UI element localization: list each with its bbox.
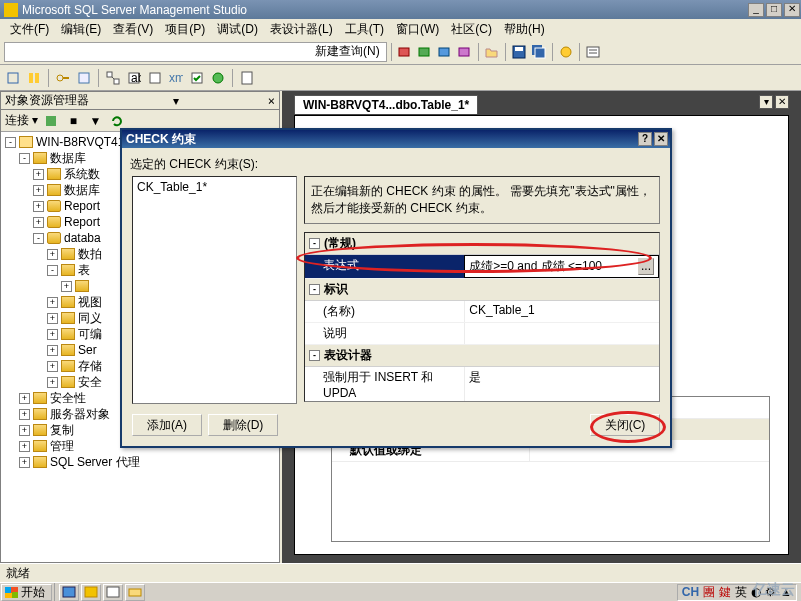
expression-label[interactable]: 表达式: [305, 255, 464, 278]
cat-general-exp[interactable]: -: [309, 238, 320, 249]
new-query-button[interactable]: 新建查询(N): [4, 42, 387, 62]
folder-icon: [33, 440, 47, 452]
tb-save-button[interactable]: [510, 43, 528, 61]
cat-identity-exp[interactable]: -: [309, 284, 320, 295]
tree-expand-button[interactable]: +: [47, 361, 58, 372]
db-icon: [47, 200, 61, 212]
menu-tools[interactable]: 工具(T): [339, 19, 390, 40]
ime-indicator-2[interactable]: 英: [735, 584, 747, 601]
tb2-btn-4[interactable]: [75, 69, 93, 87]
tb-open-button[interactable]: [483, 43, 501, 61]
tree-expand-button[interactable]: +: [33, 185, 44, 196]
svg-rect-11: [587, 47, 599, 57]
tree-expand-button[interactable]: -: [47, 265, 58, 276]
cat-td-label: 表设计器: [324, 347, 372, 364]
name-label: (名称): [305, 301, 464, 322]
conn-refresh-button[interactable]: [108, 112, 126, 130]
taskbar-item-1[interactable]: [59, 584, 79, 601]
svg-rect-31: [63, 587, 75, 597]
folder-icon: [33, 152, 47, 164]
menu-community[interactable]: 社区(C): [445, 19, 498, 40]
tray-item-1[interactable]: ◐: [751, 585, 761, 599]
taskbar-item-2[interactable]: [81, 584, 101, 601]
tb2-btn-rel[interactable]: [104, 69, 122, 87]
menu-help[interactable]: 帮助(H): [498, 19, 551, 40]
tb2-btn-index[interactable]: ab: [125, 69, 143, 87]
constraint-list[interactable]: CK_Table_1*: [132, 176, 297, 404]
tree-expand-button[interactable]: -: [5, 137, 16, 148]
tree-expand-button[interactable]: +: [47, 249, 58, 260]
tb2-btn-7[interactable]: [146, 69, 164, 87]
constraint-list-item[interactable]: CK_Table_1*: [135, 179, 294, 195]
tray-item-3[interactable]: ▲: [780, 585, 792, 599]
menu-window[interactable]: 窗口(W): [390, 19, 445, 40]
tb-saveall-button[interactable]: [530, 43, 548, 61]
tree-expand-button[interactable]: +: [19, 393, 30, 404]
tree-expand-button[interactable]: +: [47, 297, 58, 308]
activity-icon: [559, 45, 573, 59]
doc-dropdown-button[interactable]: ▾: [759, 95, 773, 109]
ime-indicator-1[interactable]: CH: [682, 585, 699, 599]
td1-value[interactable]: 是: [464, 367, 659, 402]
expression-value[interactable]: 成绩>=0 and 成绩 <=100: [469, 258, 638, 275]
tree-expand-button[interactable]: -: [19, 153, 30, 164]
svg-rect-5: [459, 48, 469, 56]
tb2-btn-xml[interactable]: xml: [167, 69, 185, 87]
tb2-btn-check[interactable]: [188, 69, 206, 87]
folder-icon: [61, 376, 75, 388]
tree-expand-button[interactable]: +: [19, 441, 30, 452]
tb-list-button[interactable]: [584, 43, 602, 61]
tb2-btn-script[interactable]: [238, 69, 256, 87]
conn-btn-2[interactable]: ■: [64, 112, 82, 130]
delete-button[interactable]: 删除(D): [208, 414, 278, 436]
name-value[interactable]: CK_Table_1: [464, 301, 659, 322]
window-min-button[interactable]: _: [748, 3, 764, 17]
tray-item-2[interactable]: ⚙: [765, 585, 776, 599]
conn-btn-1[interactable]: [42, 112, 60, 130]
tree-expand-button[interactable]: +: [61, 281, 72, 292]
dialog-help-button[interactable]: ?: [638, 132, 652, 146]
tb2-btn-2[interactable]: [25, 69, 43, 87]
ime-char-icon[interactable]: 團: [703, 584, 715, 601]
tb2-btn-key[interactable]: [54, 69, 72, 87]
taskbar-item-3[interactable]: [103, 584, 123, 601]
desc2-value[interactable]: [464, 323, 659, 344]
connect-button[interactable]: 连接 ▾: [5, 112, 38, 129]
tree-expand-button[interactable]: -: [33, 233, 44, 244]
tb-btn-4[interactable]: [456, 43, 474, 61]
pane-close-button[interactable]: ×: [268, 94, 275, 108]
doc-close-button[interactable]: ✕: [775, 95, 789, 109]
constraint-property-grid[interactable]: -(常规) 表达式 成绩>=0 and 成绩 <=100... -标识 (名称)…: [304, 232, 660, 402]
tree-expand-button[interactable]: +: [19, 409, 30, 420]
tb-btn-2[interactable]: [416, 43, 434, 61]
tree-expand-button[interactable]: +: [19, 425, 30, 436]
tb-activity-button[interactable]: [557, 43, 575, 61]
tree-expand-button[interactable]: +: [47, 345, 58, 356]
expression-ellipsis-button[interactable]: ...: [638, 258, 654, 275]
conn-btn-3[interactable]: ▼: [86, 112, 104, 130]
tree-expand-button[interactable]: +: [33, 201, 44, 212]
tb2-btn-1[interactable]: [4, 69, 22, 87]
tree-expand-button[interactable]: +: [47, 329, 58, 340]
tb-btn-3[interactable]: [436, 43, 454, 61]
close-button[interactable]: 关闭(C): [590, 414, 660, 436]
tree-expand-button[interactable]: +: [47, 377, 58, 388]
dialog-close-x-button[interactable]: ✕: [654, 132, 668, 146]
tb-btn-1[interactable]: [396, 43, 414, 61]
tree-expand-button[interactable]: +: [19, 457, 30, 468]
folder-icon: [61, 344, 75, 356]
ime-char2-icon[interactable]: 鍵: [719, 584, 731, 601]
tb2-btn-spatial[interactable]: [209, 69, 227, 87]
tree-node[interactable]: +SQL Server 代理: [5, 454, 279, 470]
taskbar-item-4[interactable]: [125, 584, 145, 601]
document-tab[interactable]: WIN-B8RVQT4...dbo.Table_1*: [294, 95, 478, 114]
tree-expand-button[interactable]: +: [47, 313, 58, 324]
tree-expand-button[interactable]: +: [33, 217, 44, 228]
pane-dropdown-icon[interactable]: ▾: [173, 94, 179, 108]
tree-expand-button[interactable]: +: [33, 169, 44, 180]
cat-td-exp[interactable]: -: [309, 350, 320, 361]
add-button[interactable]: 添加(A): [132, 414, 202, 436]
start-button[interactable]: 开始: [1, 584, 52, 601]
window-close-button[interactable]: ✕: [784, 3, 800, 17]
window-max-button[interactable]: □: [766, 3, 782, 17]
